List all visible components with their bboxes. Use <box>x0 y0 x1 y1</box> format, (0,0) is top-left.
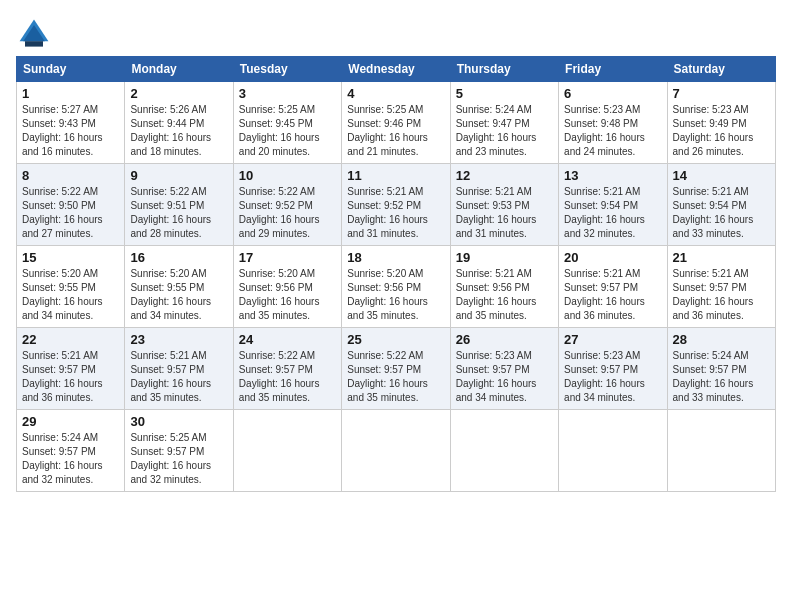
day-info: Sunrise: 5:21 AM Sunset: 9:57 PM Dayligh… <box>564 267 661 323</box>
calendar-day-cell: 10 Sunrise: 5:22 AM Sunset: 9:52 PM Dayl… <box>233 164 341 246</box>
day-info: Sunrise: 5:24 AM Sunset: 9:47 PM Dayligh… <box>456 103 553 159</box>
calendar-day-cell: 14 Sunrise: 5:21 AM Sunset: 9:54 PM Dayl… <box>667 164 775 246</box>
day-info: Sunrise: 5:21 AM Sunset: 9:53 PM Dayligh… <box>456 185 553 241</box>
day-number: 3 <box>239 86 336 101</box>
calendar-week-row: 8 Sunrise: 5:22 AM Sunset: 9:50 PM Dayli… <box>17 164 776 246</box>
calendar-empty-cell <box>233 410 341 492</box>
weekday-header-tuesday: Tuesday <box>233 57 341 82</box>
calendar-day-cell: 12 Sunrise: 5:21 AM Sunset: 9:53 PM Dayl… <box>450 164 558 246</box>
day-info: Sunrise: 5:21 AM Sunset: 9:54 PM Dayligh… <box>673 185 770 241</box>
day-info: Sunrise: 5:21 AM Sunset: 9:52 PM Dayligh… <box>347 185 444 241</box>
day-number: 23 <box>130 332 227 347</box>
calendar-day-cell: 19 Sunrise: 5:21 AM Sunset: 9:56 PM Dayl… <box>450 246 558 328</box>
calendar-day-cell: 13 Sunrise: 5:21 AM Sunset: 9:54 PM Dayl… <box>559 164 667 246</box>
day-number: 21 <box>673 250 770 265</box>
calendar-empty-cell <box>667 410 775 492</box>
day-number: 14 <box>673 168 770 183</box>
calendar-day-cell: 22 Sunrise: 5:21 AM Sunset: 9:57 PM Dayl… <box>17 328 125 410</box>
day-number: 22 <box>22 332 119 347</box>
day-number: 26 <box>456 332 553 347</box>
day-number: 17 <box>239 250 336 265</box>
calendar-day-cell: 11 Sunrise: 5:21 AM Sunset: 9:52 PM Dayl… <box>342 164 450 246</box>
day-info: Sunrise: 5:23 AM Sunset: 9:48 PM Dayligh… <box>564 103 661 159</box>
day-number: 28 <box>673 332 770 347</box>
page-header <box>16 16 776 52</box>
day-number: 24 <box>239 332 336 347</box>
calendar-day-cell: 27 Sunrise: 5:23 AM Sunset: 9:57 PM Dayl… <box>559 328 667 410</box>
day-number: 30 <box>130 414 227 429</box>
calendar-day-cell: 17 Sunrise: 5:20 AM Sunset: 9:56 PM Dayl… <box>233 246 341 328</box>
weekday-header-thursday: Thursday <box>450 57 558 82</box>
calendar-week-row: 1 Sunrise: 5:27 AM Sunset: 9:43 PM Dayli… <box>17 82 776 164</box>
day-info: Sunrise: 5:22 AM Sunset: 9:50 PM Dayligh… <box>22 185 119 241</box>
calendar-day-cell: 15 Sunrise: 5:20 AM Sunset: 9:55 PM Dayl… <box>17 246 125 328</box>
day-info: Sunrise: 5:23 AM Sunset: 9:49 PM Dayligh… <box>673 103 770 159</box>
calendar-day-cell: 5 Sunrise: 5:24 AM Sunset: 9:47 PM Dayli… <box>450 82 558 164</box>
day-info: Sunrise: 5:21 AM Sunset: 9:54 PM Dayligh… <box>564 185 661 241</box>
day-number: 10 <box>239 168 336 183</box>
weekday-header-monday: Monday <box>125 57 233 82</box>
day-info: Sunrise: 5:25 AM Sunset: 9:45 PM Dayligh… <box>239 103 336 159</box>
svg-rect-2 <box>25 41 43 46</box>
day-info: Sunrise: 5:21 AM Sunset: 9:56 PM Dayligh… <box>456 267 553 323</box>
calendar-week-row: 22 Sunrise: 5:21 AM Sunset: 9:57 PM Dayl… <box>17 328 776 410</box>
logo <box>16 16 56 52</box>
day-info: Sunrise: 5:22 AM Sunset: 9:52 PM Dayligh… <box>239 185 336 241</box>
calendar-day-cell: 3 Sunrise: 5:25 AM Sunset: 9:45 PM Dayli… <box>233 82 341 164</box>
day-number: 29 <box>22 414 119 429</box>
day-info: Sunrise: 5:20 AM Sunset: 9:55 PM Dayligh… <box>22 267 119 323</box>
calendar-day-cell: 30 Sunrise: 5:25 AM Sunset: 9:57 PM Dayl… <box>125 410 233 492</box>
day-info: Sunrise: 5:20 AM Sunset: 9:56 PM Dayligh… <box>239 267 336 323</box>
calendar-empty-cell <box>450 410 558 492</box>
calendar-table: SundayMondayTuesdayWednesdayThursdayFrid… <box>16 56 776 492</box>
day-info: Sunrise: 5:20 AM Sunset: 9:55 PM Dayligh… <box>130 267 227 323</box>
calendar-day-cell: 21 Sunrise: 5:21 AM Sunset: 9:57 PM Dayl… <box>667 246 775 328</box>
day-number: 12 <box>456 168 553 183</box>
calendar-week-row: 15 Sunrise: 5:20 AM Sunset: 9:55 PM Dayl… <box>17 246 776 328</box>
day-number: 13 <box>564 168 661 183</box>
day-info: Sunrise: 5:23 AM Sunset: 9:57 PM Dayligh… <box>456 349 553 405</box>
calendar-day-cell: 16 Sunrise: 5:20 AM Sunset: 9:55 PM Dayl… <box>125 246 233 328</box>
logo-icon <box>16 16 52 52</box>
day-number: 9 <box>130 168 227 183</box>
calendar-week-row: 29 Sunrise: 5:24 AM Sunset: 9:57 PM Dayl… <box>17 410 776 492</box>
day-number: 27 <box>564 332 661 347</box>
calendar-day-cell: 8 Sunrise: 5:22 AM Sunset: 9:50 PM Dayli… <box>17 164 125 246</box>
calendar-day-cell: 28 Sunrise: 5:24 AM Sunset: 9:57 PM Dayl… <box>667 328 775 410</box>
calendar-day-cell: 2 Sunrise: 5:26 AM Sunset: 9:44 PM Dayli… <box>125 82 233 164</box>
calendar-empty-cell <box>342 410 450 492</box>
day-number: 2 <box>130 86 227 101</box>
calendar-day-cell: 4 Sunrise: 5:25 AM Sunset: 9:46 PM Dayli… <box>342 82 450 164</box>
day-number: 1 <box>22 86 119 101</box>
day-number: 20 <box>564 250 661 265</box>
day-info: Sunrise: 5:20 AM Sunset: 9:56 PM Dayligh… <box>347 267 444 323</box>
day-number: 5 <box>456 86 553 101</box>
day-number: 8 <box>22 168 119 183</box>
calendar-day-cell: 6 Sunrise: 5:23 AM Sunset: 9:48 PM Dayli… <box>559 82 667 164</box>
day-info: Sunrise: 5:22 AM Sunset: 9:57 PM Dayligh… <box>239 349 336 405</box>
day-number: 11 <box>347 168 444 183</box>
day-info: Sunrise: 5:24 AM Sunset: 9:57 PM Dayligh… <box>673 349 770 405</box>
weekday-header-saturday: Saturday <box>667 57 775 82</box>
calendar-day-cell: 29 Sunrise: 5:24 AM Sunset: 9:57 PM Dayl… <box>17 410 125 492</box>
day-info: Sunrise: 5:23 AM Sunset: 9:57 PM Dayligh… <box>564 349 661 405</box>
day-info: Sunrise: 5:22 AM Sunset: 9:51 PM Dayligh… <box>130 185 227 241</box>
day-number: 4 <box>347 86 444 101</box>
day-info: Sunrise: 5:21 AM Sunset: 9:57 PM Dayligh… <box>130 349 227 405</box>
weekday-header-sunday: Sunday <box>17 57 125 82</box>
day-info: Sunrise: 5:24 AM Sunset: 9:57 PM Dayligh… <box>22 431 119 487</box>
calendar-day-cell: 26 Sunrise: 5:23 AM Sunset: 9:57 PM Dayl… <box>450 328 558 410</box>
calendar-header-row: SundayMondayTuesdayWednesdayThursdayFrid… <box>17 57 776 82</box>
day-number: 7 <box>673 86 770 101</box>
day-info: Sunrise: 5:25 AM Sunset: 9:57 PM Dayligh… <box>130 431 227 487</box>
calendar-day-cell: 1 Sunrise: 5:27 AM Sunset: 9:43 PM Dayli… <box>17 82 125 164</box>
day-info: Sunrise: 5:21 AM Sunset: 9:57 PM Dayligh… <box>673 267 770 323</box>
day-info: Sunrise: 5:27 AM Sunset: 9:43 PM Dayligh… <box>22 103 119 159</box>
calendar-day-cell: 9 Sunrise: 5:22 AM Sunset: 9:51 PM Dayli… <box>125 164 233 246</box>
calendar-empty-cell <box>559 410 667 492</box>
day-number: 18 <box>347 250 444 265</box>
day-number: 25 <box>347 332 444 347</box>
day-info: Sunrise: 5:21 AM Sunset: 9:57 PM Dayligh… <box>22 349 119 405</box>
day-number: 16 <box>130 250 227 265</box>
day-number: 19 <box>456 250 553 265</box>
